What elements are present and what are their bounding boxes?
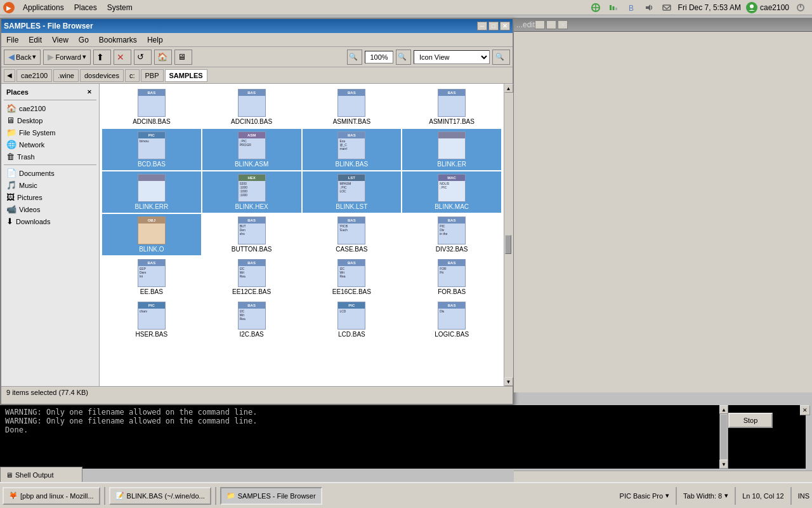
file-ee16ce[interactable]: BAS I2CWriRea EE16CE.BAS: [303, 257, 402, 298]
volume-icon[interactable]: [643, 1, 655, 14]
forward-label: Forward: [55, 53, 81, 61]
file-blink-o[interactable]: OBJ BLINK.O: [102, 214, 201, 255]
view-mode-select[interactable]: Icon View List View Compact View: [414, 50, 490, 64]
bc-c[interactable]: c:: [125, 69, 140, 82]
shell-scrollbar[interactable]: ▲ ▼: [719, 405, 728, 469]
sidebar-close-button[interactable]: ✕: [85, 88, 94, 97]
pic-basic-pro-dropdown-icon[interactable]: ▾: [665, 491, 669, 500]
taskbar-filebrowser-button[interactable]: 📁 SAMPLES - File Browser: [220, 487, 322, 505]
bluetooth-icon[interactable]: B: [625, 1, 638, 14]
file-for[interactable]: BAS FORPri FOR.BAS: [402, 257, 501, 298]
files-scrollbar[interactable]: ▲ ▼: [504, 84, 513, 386]
network-icon[interactable]: [589, 1, 602, 14]
file-blink-asm[interactable]: ASM ; PICPROGR BLINK.ASM: [202, 129, 301, 170]
fb-menu-help[interactable]: Help: [145, 35, 166, 45]
shell-tab-button[interactable]: 🖥 Shell Output: [0, 467, 82, 482]
shell-tab-label: Shell Output: [15, 471, 54, 479]
scroll-thumb[interactable]: [505, 235, 511, 254]
file-asmint17[interactable]: BAS ASMINT17.BAS: [402, 86, 501, 128]
stop-button[interactable]: Stop: [728, 413, 773, 428]
bc-wine[interactable]: .wine: [53, 69, 79, 82]
sidebar-item-pictures[interactable]: 🖼 Pictures: [1, 191, 99, 203]
file-blink-bas[interactable]: BAS Exa@_Cmain! BLINK.BAS: [303, 129, 402, 170]
stop-loading-button[interactable]: ✕: [114, 50, 131, 65]
maximize-button[interactable]: □: [488, 22, 499, 30]
file-div32[interactable]: BAS PICDivin the DIV32.BAS: [402, 214, 501, 255]
breadcrumb-nav-button[interactable]: ◀: [4, 69, 15, 82]
file-logic[interactable]: BAS Dis LOGIC.BAS: [402, 299, 501, 340]
search-button[interactable]: 🔍: [492, 50, 510, 65]
file-blink-er[interactable]: BLINK.ER: [402, 129, 501, 170]
right-close-button[interactable]: ✕: [558, 20, 568, 29]
power-icon[interactable]: [794, 1, 807, 14]
computer-button[interactable]: 🖥: [174, 50, 192, 65]
sidebar-item-cae2100[interactable]: 🏠 cae2100: [1, 102, 99, 114]
tab-width-dropdown-icon[interactable]: ▾: [724, 491, 728, 500]
right-maximize-button[interactable]: □: [546, 20, 556, 29]
sidebar-item-network[interactable]: 🌐 Network: [1, 138, 99, 150]
file-hser[interactable]: PIC charv HSER.BAS: [102, 299, 201, 340]
right-minimize-button[interactable]: ─: [535, 20, 545, 29]
file-adcin8[interactable]: BAS ADCIN8.BAS: [102, 86, 201, 128]
shell-line-4: Done.: [5, 425, 801, 434]
fb-menu-view[interactable]: View: [49, 35, 71, 45]
sidebar-item-desktop[interactable]: 🖥 Desktop: [1, 114, 99, 126]
file-asmint[interactable]: BAS ASMINT.BAS: [303, 86, 402, 128]
file-blink-mac[interactable]: MAC NOLIS; PIC BLINK.MAC: [402, 171, 501, 213]
sidebar-item-documents[interactable]: 📄 Documents: [1, 167, 99, 179]
file-i2c-icon: BAS I2CWriRea: [238, 302, 266, 330]
file-bcd[interactable]: PIC binou BCD.BAS: [102, 129, 201, 170]
fb-menu-edit[interactable]: Edit: [26, 35, 44, 45]
zoom-out-button[interactable]: 🔍: [347, 50, 362, 65]
file-case[interactable]: BAS 'PICB'Each CASE.BAS: [303, 214, 402, 255]
file-ee[interactable]: BAS EEPDemIni EE.BAS: [102, 257, 201, 298]
taskbar-right: PIC Basic Pro ▾ Tab Width: 8 ▾ Ln 10, Co…: [620, 487, 809, 505]
bc-samples[interactable]: SAMPLES: [165, 69, 207, 82]
up-button[interactable]: ⬆: [93, 50, 111, 65]
forward-button[interactable]: ▶ Forward ▾: [43, 50, 90, 65]
minimize-button[interactable]: ─: [477, 22, 487, 30]
shell-scroll-down[interactable]: ▼: [719, 460, 728, 469]
home-button[interactable]: 🏠: [154, 50, 172, 65]
file-blink-err[interactable]: BLINK.ERR: [102, 171, 201, 213]
taskbar-editor-button[interactable]: 📝 BLINK.BAS (~/.wine/do...: [109, 487, 211, 505]
email-icon[interactable]: [660, 1, 673, 14]
bc-cae2100[interactable]: cae2100: [16, 69, 52, 82]
shell-close-button[interactable]: ✕: [800, 405, 810, 415]
sidebar-item-music[interactable]: 🎵 Music: [1, 179, 99, 191]
file-button[interactable]: BAS BUTDensho BUTTON.BAS: [202, 214, 301, 255]
back-arrow-icon: ◀: [8, 52, 15, 62]
file-blink-lst[interactable]: LST MPASM; PICLOC BLINK.LST: [303, 171, 402, 213]
file-i2c[interactable]: BAS I2CWriRea I2C.BAS: [202, 299, 301, 340]
file-ee12ce[interactable]: BAS I2CWriRea EE12CE.BAS: [202, 257, 301, 298]
scroll-up-arrow[interactable]: ▲: [504, 84, 513, 93]
back-button[interactable]: ◀ Back ▾: [4, 50, 41, 65]
taskbar-browser-button[interactable]: 🦊 [pbp and linux - Mozill...: [3, 487, 100, 505]
fb-menu-bookmarks[interactable]: Bookmarks: [96, 35, 140, 45]
file-blink-bas-name: BLINK.BAS: [304, 161, 400, 168]
svg-text:B: B: [629, 4, 634, 13]
fb-menu-file[interactable]: File: [4, 35, 21, 45]
sidebar-item-videos[interactable]: 📹 Videos: [1, 203, 99, 215]
network2-icon[interactable]: [607, 1, 620, 14]
applications-menu[interactable]: Applications: [18, 2, 69, 13]
sidebar-item-filesystem[interactable]: 📁 File System: [1, 126, 99, 138]
sidebar-item-downloads[interactable]: ⬇ Downloads: [1, 215, 99, 227]
file-lcd[interactable]: PIC LCD LCD.BAS: [303, 299, 402, 340]
reload-button[interactable]: ↺: [134, 50, 152, 65]
system-menu[interactable]: System: [102, 2, 138, 13]
fb-menu-go[interactable]: Go: [76, 35, 91, 45]
file-blink-hex[interactable]: HEX 0200:1000:1000:1000 BLINK.HEX: [202, 171, 301, 213]
shell-scroll-thumb[interactable]: [721, 415, 727, 459]
bc-dosdevices[interactable]: dosdevices: [80, 69, 124, 82]
window-controls: ─ □ ✕: [477, 22, 510, 30]
scroll-down-arrow[interactable]: ▼: [504, 377, 513, 386]
file-adcin10[interactable]: BAS ADCIN10.BAS: [202, 86, 301, 128]
close-button[interactable]: ✕: [500, 22, 510, 30]
zoom-in-button[interactable]: 🔍: [396, 50, 411, 65]
places-menu[interactable]: Places: [69, 2, 102, 13]
shell-scroll-up[interactable]: ▲: [719, 405, 728, 414]
sidebar-item-trash[interactable]: 🗑 Trash: [1, 150, 99, 163]
bc-pbp[interactable]: PBP: [141, 69, 164, 82]
zoom-input[interactable]: [365, 51, 393, 64]
